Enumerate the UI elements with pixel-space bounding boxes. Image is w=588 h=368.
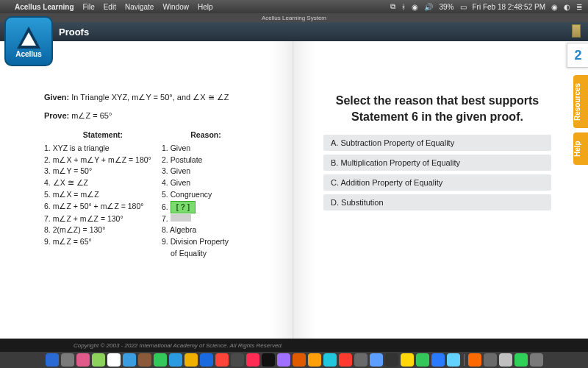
proof-row: 4. ∠X ≅ ∠Z4. Given xyxy=(44,177,272,189)
dock-app[interactable] xyxy=(339,353,352,367)
prove-text: m∠Z = 65° xyxy=(69,111,112,120)
statement-cell: 7. m∠Z + m∠Z = 130° xyxy=(44,213,162,225)
dock-app[interactable] xyxy=(385,353,398,367)
statement-cell: 4. ∠X ≅ ∠Z xyxy=(44,177,162,189)
dock-app[interactable] xyxy=(499,353,512,367)
bluetooth-icon[interactable]: ᚼ xyxy=(401,3,406,11)
reason-cell: 9. Division Property xyxy=(162,236,265,248)
proof-row: 2. m∠X + m∠Y + m∠Z = 180°2. Postulate xyxy=(44,155,272,166)
app-header: Proofs xyxy=(0,22,588,41)
proof-row: 7. m∠Z + m∠Z = 130°7. xyxy=(44,213,272,225)
statement-cell: 6. m∠Z + 50° + m∠Z = 180° xyxy=(44,201,162,213)
dock-app[interactable] xyxy=(370,353,383,367)
dock-app[interactable] xyxy=(401,353,414,367)
reason-cell: 2. Postulate xyxy=(162,155,265,166)
menu-help[interactable]: Help xyxy=(198,3,213,11)
dock-app[interactable] xyxy=(447,353,460,367)
dock-app[interactable] xyxy=(354,353,368,367)
proof-row: 5. m∠X = m∠Z5. Congruency xyxy=(44,189,272,201)
dock-app[interactable] xyxy=(277,353,290,367)
battery-icon: ▭ xyxy=(460,3,467,11)
dock-app[interactable] xyxy=(200,353,213,367)
dock-app[interactable] xyxy=(262,353,275,367)
dock-app[interactable] xyxy=(484,353,497,367)
clock[interactable]: Fri Feb 18 2:48:52 PM xyxy=(473,3,546,11)
dock-app[interactable] xyxy=(231,353,244,367)
dock-app[interactable] xyxy=(323,353,337,367)
user-icon[interactable]: ◉ xyxy=(551,3,558,11)
siri-icon[interactable]: ◐ xyxy=(564,3,570,11)
dock-app[interactable] xyxy=(154,353,167,367)
dock-app[interactable] xyxy=(293,353,306,367)
dock-app[interactable] xyxy=(138,353,151,367)
window-title-text: Acellus Learning System xyxy=(262,15,326,21)
menubar-app[interactable]: Acellus Learning xyxy=(15,3,74,11)
menu-file[interactable]: File xyxy=(83,3,95,11)
reason-cell: 1. Given xyxy=(162,143,265,155)
dock-app[interactable] xyxy=(123,353,136,367)
resources-tab[interactable]: Resources xyxy=(573,75,588,128)
volume-icon[interactable]: 🔊 xyxy=(424,3,433,11)
choice-c[interactable]: C. Addition Property of Equality xyxy=(323,174,551,191)
screencast-icon[interactable]: ⧉ xyxy=(390,2,395,11)
menu-navigate[interactable]: Navigate xyxy=(125,3,154,11)
dock-separator xyxy=(464,354,465,366)
dock-app[interactable] xyxy=(416,353,429,367)
dock-app[interactable] xyxy=(61,353,74,367)
choice-b[interactable]: B. Multiplication Property of Equality xyxy=(323,155,551,171)
answer-blank[interactable]: [ ? ] xyxy=(171,201,196,213)
dock-app[interactable] xyxy=(215,353,229,367)
prove-line: Prove: m∠Z = 65° xyxy=(44,111,272,121)
acellus-logo[interactable]: Acellus xyxy=(4,16,53,66)
choice-d[interactable]: D. Substitution xyxy=(323,194,551,210)
statement-cell: 2. m∠X + m∠Y + m∠Z = 180° xyxy=(44,155,162,166)
book-content: Given: In Triangle XYZ, m∠Y = 50°, and ∠… xyxy=(0,41,588,339)
reason-cell: 8. Algebra xyxy=(162,224,265,236)
dock-app[interactable] xyxy=(92,353,105,367)
proof-table: Statement: Reason: 1. XYZ is a triangle1… xyxy=(44,130,272,260)
acellus-label: Acellus xyxy=(15,50,42,58)
reason-cell: 6. [ ? ] xyxy=(162,201,265,213)
wifi-icon[interactable]: ◉ xyxy=(412,3,418,11)
dock-app[interactable] xyxy=(530,353,543,367)
menu-edit[interactable]: Edit xyxy=(104,3,116,11)
dock-app[interactable] xyxy=(308,353,321,367)
acellus-a-icon xyxy=(17,26,40,49)
choice-a[interactable]: A. Subtraction Property of Equality xyxy=(323,135,551,151)
reason-cell: 5. Congruency xyxy=(162,189,265,201)
dock-app[interactable] xyxy=(468,353,481,367)
mac-menubar: Acellus Learning File Edit Navigate Wind… xyxy=(0,0,588,13)
step-indicator: 2 xyxy=(567,43,588,68)
dock-app[interactable] xyxy=(169,353,182,367)
proof-row: 8. 2(m∠Z) = 130°8. Algebra xyxy=(44,224,272,236)
proof-row: of Equality xyxy=(44,248,272,260)
exit-icon[interactable] xyxy=(572,24,581,38)
copyright-text: Copyright © 2003 - 2022 International Ac… xyxy=(74,342,283,349)
window-title: Acellus Learning System xyxy=(0,13,588,22)
menu-window[interactable]: Window xyxy=(162,3,189,11)
question-prompt: Select the reason that best supports Sta… xyxy=(323,93,551,124)
statement-cell: 9. m∠Z = 65° xyxy=(44,236,162,248)
dock-app[interactable] xyxy=(514,353,528,367)
page-left: Given: In Triangle XYZ, m∠Y = 50°, and ∠… xyxy=(0,41,293,339)
given-text: In Triangle XYZ, m∠Y = 50°, and ∠X ≅ ∠Z xyxy=(69,93,229,102)
dock-app[interactable] xyxy=(184,353,198,367)
statement-cell: 8. 2(m∠Z) = 130° xyxy=(44,224,162,236)
given-label: Given: xyxy=(44,93,69,102)
dock-app[interactable] xyxy=(107,353,121,367)
proof-row: 9. m∠Z = 65°9. Division Property xyxy=(44,236,272,248)
help-tab[interactable]: Help xyxy=(573,132,588,165)
dock-app[interactable] xyxy=(46,353,59,367)
dock-app[interactable] xyxy=(431,353,445,367)
control-center-icon[interactable]: ≣ xyxy=(576,3,582,11)
col-statement: Statement: xyxy=(44,130,162,141)
prove-label: Prove: xyxy=(44,111,69,120)
col-reason: Reason: xyxy=(162,130,250,141)
help-label: Help xyxy=(573,141,581,157)
statement-cell: 3. m∠Y = 50° xyxy=(44,166,162,177)
dock-app[interactable] xyxy=(76,353,90,367)
proof-row: 6. m∠Z + 50° + m∠Z = 180°6. [ ? ] xyxy=(44,201,272,213)
dock xyxy=(0,352,588,368)
dock-app[interactable] xyxy=(246,353,259,367)
statement-cell: 5. m∠X = m∠Z xyxy=(44,189,162,201)
